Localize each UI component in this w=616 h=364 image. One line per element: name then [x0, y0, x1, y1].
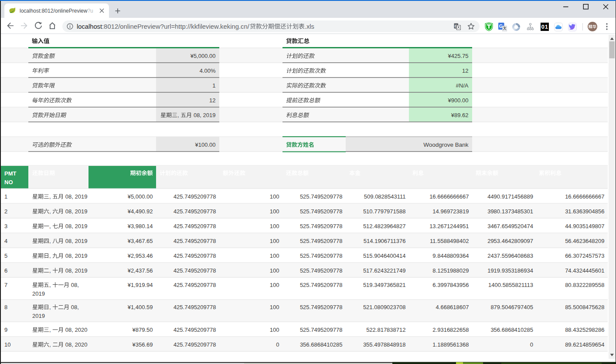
svg-text:G: G — [499, 24, 503, 29]
svg-text:¥900.00: ¥900.00 — [448, 97, 469, 104]
svg-text:3: 3 — [4, 223, 7, 229]
svg-text:¥100.00: ¥100.00 — [195, 142, 216, 148]
svg-text:525.7495209778: 525.7495209778 — [300, 282, 343, 288]
svg-text:100: 100 — [270, 304, 279, 310]
svg-text:08,: 08, — [69, 282, 79, 288]
svg-text:522.817838712: 522.817838712 — [366, 327, 405, 333]
svg-text:100: 100 — [270, 282, 279, 288]
svg-text:80.8322289558: 80.8322289558 — [565, 282, 604, 288]
svg-text:¥3,980.14: ¥3,980.14 — [127, 223, 153, 229]
svg-text:88.4325298286: 88.4325298286 — [565, 327, 604, 333]
svg-text:425.7495209778: 425.7495209778 — [174, 327, 216, 333]
svg-text:08, 2019: 08, 2019 — [192, 112, 215, 118]
svg-text:100: 100 — [270, 253, 279, 259]
svg-text:517.6243221749: 517.6243221749 — [363, 267, 406, 274]
svg-text:8.1251988029: 8.1251988029 — [432, 267, 469, 274]
svg-text:11.5588498402: 11.5588498402 — [430, 238, 469, 244]
svg-text:08, 2019: 08, 2019 — [64, 208, 87, 215]
svg-text:08, 2019: 08, 2019 — [64, 267, 87, 274]
svg-text:7: 7 — [4, 282, 7, 288]
svg-text:2.9316822658: 2.9316822658 — [432, 327, 469, 333]
svg-text:9: 9 — [4, 327, 7, 333]
svg-text:13.2671244951: 13.2671244951 — [429, 223, 469, 229]
svg-text:2953.4642809097: 2953.4642809097 — [487, 238, 533, 244]
svg-text:PMT: PMT — [4, 170, 17, 177]
svg-text:515.9046400414: 515.9046400414 — [363, 253, 406, 259]
svg-text:6: 6 — [4, 267, 7, 274]
svg-text:Woodgrove Bank: Woodgrove Bank — [423, 142, 469, 148]
svg-text:100: 100 — [270, 267, 279, 274]
svg-text::8012/onlinePreview?url=http:/: :8012/onlinePreview?url=http://kkfilevie… — [102, 23, 250, 30]
svg-text:356.6868410285: 356.6868410285 — [490, 327, 533, 333]
svg-text:89.6214859654: 89.6214859654 — [565, 341, 604, 348]
svg-text:,: , — [49, 327, 52, 333]
svg-text:6.3997843956: 6.3997843956 — [432, 282, 469, 288]
svg-text:525.7495209778: 525.7495209778 — [300, 208, 343, 215]
svg-text:08, 2020: 08, 2020 — [64, 341, 87, 348]
svg-text:425.7495209778: 425.7495209778 — [174, 267, 216, 274]
svg-text:2437.5596408683: 2437.5596408683 — [487, 253, 533, 259]
svg-text:¥5,000.00: ¥5,000.00 — [190, 53, 216, 59]
svg-text:525.7495209778: 525.7495209778 — [300, 253, 343, 259]
svg-text:425.7495209778: 425.7495209778 — [174, 341, 216, 348]
svg-text:879.5046797405: 879.5046797405 — [490, 304, 533, 310]
svg-text:,: , — [177, 112, 180, 118]
svg-text:509.0828543111: 509.0828543111 — [364, 193, 406, 200]
svg-text:31.6363904856: 31.6363904856 — [565, 208, 604, 215]
svg-text:08, 2019: 08, 2019 — [64, 238, 87, 244]
svg-text:¥3,467.65: ¥3,467.65 — [127, 238, 153, 244]
svg-text:4.00%: 4.00% — [200, 67, 216, 74]
svg-text:08,: 08, — [69, 304, 79, 310]
svg-text:3980.1373485301: 3980.1373485301 — [487, 208, 533, 215]
svg-text:,: , — [49, 267, 52, 274]
svg-text:1.1889561368: 1.1889561368 — [432, 341, 469, 348]
svg-text:¥1,919.94: ¥1,919.94 — [127, 282, 153, 288]
svg-text:525.7495209778: 525.7495209778 — [300, 238, 343, 244]
svg-text:,: , — [49, 304, 52, 310]
svg-text:425.7495209778: 425.7495209778 — [174, 304, 216, 310]
svg-text:525.7495209778: 525.7495209778 — [300, 223, 343, 229]
svg-text:,: , — [49, 223, 52, 229]
svg-text:85.5008475628: 85.5008475628 — [565, 304, 604, 310]
svg-text:.xls: .xls — [305, 23, 314, 30]
svg-text:425.7495209778: 425.7495209778 — [174, 208, 216, 215]
svg-text:56.4623648209: 56.4623648209 — [565, 238, 604, 244]
svg-text:¥2,953.46: ¥2,953.46 — [127, 253, 153, 259]
svg-text:525.7495209778: 525.7495209778 — [300, 267, 343, 274]
svg-text:#N/A: #N/A — [456, 82, 469, 89]
svg-text:,: , — [49, 341, 52, 348]
svg-text:66.3072457573: 66.3072457573 — [565, 253, 604, 259]
svg-text:100: 100 — [270, 208, 279, 215]
svg-text:,: , — [49, 208, 52, 215]
svg-text:1919.9353186934: 1919.9353186934 — [487, 267, 533, 274]
svg-text:100: 100 — [270, 193, 279, 200]
svg-text:514.1906711376: 514.1906711376 — [364, 238, 406, 244]
svg-text:525.7495209778: 525.7495209778 — [300, 327, 343, 333]
svg-text:,: , — [49, 253, 52, 259]
svg-text:16.6666666667: 16.6666666667 — [429, 193, 469, 200]
svg-text:425.7495209778: 425.7495209778 — [174, 193, 216, 200]
svg-text:3467.6549520474: 3467.6549520474 — [487, 223, 533, 229]
svg-text:08, 2019: 08, 2019 — [64, 193, 87, 200]
svg-text:2: 2 — [4, 208, 7, 215]
svg-text:2019: 2019 — [32, 290, 45, 297]
svg-text:425.7495209778: 425.7495209778 — [174, 282, 216, 288]
svg-text:100: 100 — [270, 327, 279, 333]
svg-text:100: 100 — [270, 223, 279, 229]
svg-text:525.7495209778: 525.7495209778 — [300, 193, 343, 200]
svg-text:¥1,400.59: ¥1,400.59 — [127, 304, 153, 310]
svg-text:4490.9171456889: 4490.9171456889 — [487, 193, 533, 200]
svg-text:08, 2020: 08, 2020 — [64, 327, 87, 333]
svg-text:510.7797971588: 510.7797971588 — [363, 208, 406, 215]
svg-text:425.7495209778: 425.7495209778 — [174, 223, 216, 229]
svg-text:100: 100 — [270, 238, 279, 244]
svg-text:521.0809023708: 521.0809023708 — [363, 304, 406, 310]
svg-text:1: 1 — [4, 193, 7, 200]
svg-text:512.4823964827: 512.4823964827 — [363, 223, 406, 229]
svg-text:425.7495209778: 425.7495209778 — [174, 238, 216, 244]
svg-text:74.4324445601: 74.4324445601 — [565, 267, 604, 274]
svg-text:NO: NO — [4, 179, 13, 185]
svg-text:localhost: localhost — [77, 23, 102, 30]
svg-text:8: 8 — [4, 304, 7, 310]
svg-text:¥425.75: ¥425.75 — [448, 53, 469, 59]
